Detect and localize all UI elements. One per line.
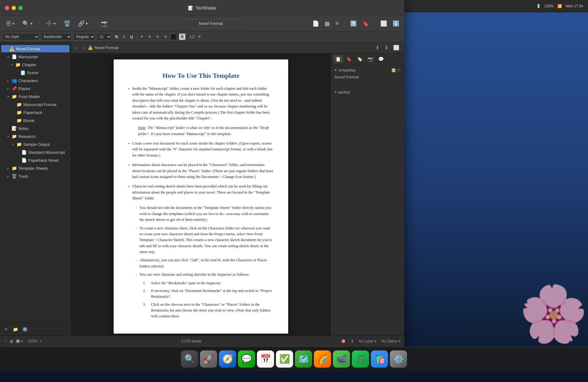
fullscreen-button[interactable]: ⬜ — [379, 19, 388, 28]
sidebar-item-paperback-novel[interactable]: 📄 Paperback Novel — [1, 157, 70, 164]
bullet-icon: • — [128, 162, 130, 180]
add-status-button[interactable]: ＋ — [4, 339, 7, 344]
inspector-button[interactable]: ℹ️ — [391, 19, 401, 28]
minimize-button[interactable] — [12, 6, 16, 10]
folder-icon: 📁 — [17, 110, 22, 115]
no-label-button[interactable]: No Label ▾ — [359, 339, 376, 343]
bold-button[interactable]: B — [113, 34, 120, 40]
target-button[interactable]: 🎯 — [341, 339, 346, 343]
share-button[interactable]: ⬆️ — [349, 19, 358, 28]
sidebar-item-standard-manuscript[interactable]: 📄 Standard Manuscript — [1, 149, 70, 156]
expand-editor-button[interactable]: ⬜ — [392, 44, 401, 51]
dock-facetime[interactable]: 📹 — [333, 350, 350, 368]
dock-launchpad[interactable]: 🚀 — [200, 350, 217, 368]
dock-calendar[interactable]: 📅 — [257, 350, 274, 368]
image-icon[interactable]: 🖼️ — [391, 68, 396, 72]
weight-select[interactable]: Regular — [74, 33, 95, 40]
align-right-button[interactable]: ≡ — [155, 34, 161, 40]
scroll-sync-button[interactable]: ⬇ — [351, 339, 354, 343]
toolbar-center — [113, 19, 309, 28]
snapshot-button[interactable]: 📸 — [99, 19, 110, 28]
sidebar-item-novel-format[interactable]: ⚠️ Novel Format — [1, 45, 70, 52]
font-select[interactable]: Baskerville — [41, 33, 72, 40]
inspector-tab-tags[interactable]: 🏷️ — [355, 55, 364, 63]
dock-appstore[interactable]: 🛍️ — [371, 350, 388, 368]
editor[interactable]: How To Use This Template • Inside the "M… — [71, 53, 331, 346]
highlight-color-swatch[interactable]: A — [179, 33, 186, 40]
sidebar-item-scene[interactable]: 🗒️ Scene — [1, 69, 70, 76]
sub-bullet-1: - You should not edit the documents in t… — [136, 205, 273, 223]
align-justify-button[interactable]: ≡ — [162, 34, 168, 40]
dock-photos[interactable]: 🌈 — [314, 350, 331, 368]
dock-safari[interactable]: 🧭 — [219, 350, 236, 368]
underline-button[interactable]: U — [128, 34, 135, 40]
scene-icon: 🗒️ — [20, 70, 25, 75]
sidebar-item-sample-output[interactable]: ▾ 📁 Sample Output — [1, 141, 70, 148]
add-button[interactable]: ➕ ▼ — [43, 19, 59, 28]
sidebar-item-ebook[interactable]: 📁 Ebook — [1, 117, 70, 124]
inspector-tab-snapshot[interactable]: 📷 — [366, 55, 375, 63]
notes-title[interactable]: ▾ Notes — [335, 90, 401, 94]
chevron-down-icon: ▾ — [335, 90, 337, 94]
sidebar-item-chapter[interactable]: ▾ 📁 Chapter — [1, 61, 70, 68]
paragraph-text: Inside the "Manuscript" folder, create a… — [132, 86, 273, 121]
dock-reminders[interactable]: ✅ — [276, 350, 293, 368]
align-left-button[interactable]: ≡ — [139, 34, 145, 40]
notes-icon: 📝 — [12, 126, 17, 131]
sidebar-item-front-matter[interactable]: ▾ 📁 Front Matter — [1, 93, 70, 100]
sub-bullet-text: You should not edit the documents in the… — [139, 205, 273, 223]
sidebar-item-template-sheets[interactable]: ▸ 📁 Template Sheets — [1, 165, 70, 172]
list-button[interactable]: ≡ — [196, 34, 202, 40]
back-button[interactable]: ‹ — [75, 44, 79, 51]
sidebar-item-places[interactable]: ▸ 📌 Places — [1, 85, 70, 92]
sidebar-item-research[interactable]: ▾ 📁 Research — [1, 133, 70, 140]
dock-finder[interactable]: 🔍 — [181, 350, 198, 368]
dock-settings[interactable]: ⚙️ — [390, 350, 407, 368]
view-outline-button[interactable]: ≡ — [334, 19, 340, 28]
dock-spotify[interactable]: 🎵 — [352, 350, 369, 368]
view-scrivenings-button[interactable]: 📄 — [311, 19, 320, 28]
sidebar-item-trash[interactable]: ▸ 🗑️ Trash — [1, 172, 70, 180]
sidebar-item-manuscript-format[interactable]: 📁 Manuscript Format — [1, 101, 70, 108]
add-item-button[interactable]: ＋ — [2, 325, 10, 334]
more-options-button[interactable]: ⚙️ — [21, 326, 29, 333]
style-select[interactable]: No Style — [2, 33, 39, 40]
sidebar-item-label: Manuscript Format — [23, 102, 56, 107]
options-status-button[interactable]: ⚙️ ▾ — [16, 339, 23, 343]
no-status-button[interactable]: No Status ▾ — [381, 339, 401, 343]
zoom-chevron[interactable]: ▾ — [40, 339, 41, 343]
close-button[interactable] — [5, 6, 9, 10]
sidebar-item-notes[interactable]: 📝 Notes — [1, 125, 70, 132]
inspector-tab-comments[interactable]: 💬 — [376, 55, 386, 63]
sidebar-item-manuscript[interactable]: ▾ 📄 Manuscript — [1, 53, 70, 60]
delete-button[interactable]: 🗑️ — [61, 19, 73, 28]
sidebar-toggle-button[interactable]: ☰ ▼ — [4, 19, 17, 28]
synopsis-title[interactable]: ▾ Synopsis 🖼️ ID — [335, 68, 401, 72]
chevron-expanded-icon: ▾ — [7, 135, 12, 138]
synopsis-content[interactable]: Novel Format — [335, 75, 401, 84]
maximize-button[interactable] — [18, 6, 23, 10]
split-down-button[interactable]: ⬇ — [383, 44, 390, 51]
split-up-button[interactable]: ⬆ — [374, 44, 381, 51]
inspector-tab-synopsis[interactable]: 📋 — [334, 55, 343, 63]
forward-button[interactable]: › — [81, 44, 85, 51]
sidebar-item-paperback[interactable]: 📁 Paperback — [1, 109, 70, 116]
dock-maps[interactable]: 🗺️ — [295, 350, 312, 368]
grid-status-button[interactable]: ▦ — [10, 339, 13, 343]
search-button[interactable]: 🔍 ▼ — [20, 19, 36, 28]
sidebar-item-label: Standard Manuscript — [28, 150, 65, 155]
bookmark-button[interactable]: 🔖 — [361, 19, 370, 28]
sidebar-item-label: Places — [18, 86, 30, 91]
inspector-tab-bookmarks[interactable]: 🔖 — [344, 55, 354, 63]
notes-content[interactable] — [335, 97, 401, 106]
align-center-button[interactable]: ≡ — [147, 34, 153, 40]
text-color-swatch[interactable]: A — [170, 33, 177, 40]
italic-button[interactable]: I — [122, 34, 126, 40]
link-button[interactable]: 🔗 ▼ — [75, 19, 91, 28]
size-select[interactable]: 21 — [97, 33, 111, 40]
add-folder-button[interactable]: 📁 — [12, 326, 19, 333]
sidebar-item-characters[interactable]: ▸ 👥 Characters — [1, 77, 70, 84]
view-corkboard-button[interactable]: ▦ — [323, 19, 331, 28]
dock-messages[interactable]: 💬 — [238, 350, 255, 368]
document-title-input[interactable] — [177, 19, 244, 28]
